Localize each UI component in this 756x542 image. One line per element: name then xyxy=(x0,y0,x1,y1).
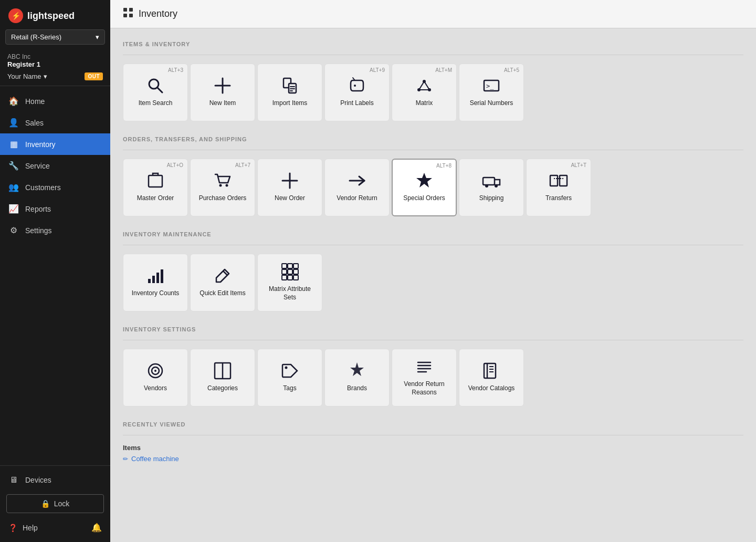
lock-icon: 🔒 xyxy=(41,499,50,508)
svg-point-24 xyxy=(219,184,222,187)
recently-viewed-label: RECENTLY VIEWED xyxy=(123,421,743,428)
svg-rect-39 xyxy=(161,269,163,283)
rv-items-label: Items xyxy=(123,444,743,452)
pencil-icon: ✏ xyxy=(123,455,128,463)
svg-point-52 xyxy=(154,370,156,372)
sidebar: ⚡ lightspeed Retail (R-Series) ▾ ABC Inc… xyxy=(0,0,110,542)
bell-icon[interactable]: 🔔 xyxy=(91,523,102,533)
sidebar-item-label: Inventory xyxy=(25,140,56,149)
sidebar-item-inventory[interactable]: ▦ Inventory xyxy=(0,133,110,155)
sidebar-item-home[interactable]: 🏠 Home xyxy=(0,90,110,112)
tile-inventory-counts[interactable]: Inventory Counts xyxy=(123,254,188,311)
rv-link-coffee-machine[interactable]: ✏ Coffee machine xyxy=(123,455,743,463)
tile-quick-edit-items[interactable]: Quick Edit Items xyxy=(190,254,255,311)
home-icon: 🏠 xyxy=(8,96,19,106)
customers-icon: 👥 xyxy=(8,182,19,192)
sidebar-item-service[interactable]: 🔧 Service xyxy=(0,155,110,176)
tile-special-orders[interactable]: ALT+8 Special Orders xyxy=(392,159,457,216)
svg-point-25 xyxy=(226,184,228,187)
svg-marker-56 xyxy=(350,362,364,376)
username[interactable]: Your Name ▾ xyxy=(7,72,47,80)
svg-rect-1 xyxy=(129,8,133,12)
service-icon: 🔧 xyxy=(8,161,19,171)
tile-vendor-catalogs[interactable]: Vendor Catalogs xyxy=(459,349,524,407)
svg-rect-41 xyxy=(282,264,287,268)
svg-rect-45 xyxy=(288,269,292,274)
lock-button[interactable]: 🔒 Lock xyxy=(6,494,104,513)
tile-transfers[interactable]: ALT+T Transfers xyxy=(526,159,591,216)
svg-rect-34 xyxy=(560,175,567,186)
inventory-header-icon xyxy=(123,7,133,20)
tile-serial-numbers[interactable]: ALT+5 >_ Serial Numbers xyxy=(459,64,524,121)
tile-print-labels[interactable]: ALT+9 Print Labels xyxy=(324,64,390,121)
tile-matrix[interactable]: ALT+M Matrix xyxy=(392,64,457,121)
sidebar-item-label: Home xyxy=(25,97,45,106)
sidebar-item-label: Sales xyxy=(25,119,44,127)
tile-item-search[interactable]: ALT+3 Item Search xyxy=(123,64,188,121)
svg-rect-43 xyxy=(293,264,298,268)
tile-import-items[interactable]: Import Items xyxy=(257,64,322,121)
sidebar-item-settings[interactable]: ⚙ Settings xyxy=(0,220,110,241)
svg-marker-29 xyxy=(416,173,432,187)
tile-tags[interactable]: Tags xyxy=(257,349,322,407)
svg-point-31 xyxy=(485,184,488,187)
page-title: Inventory xyxy=(139,8,177,19)
svg-rect-2 xyxy=(123,14,127,17)
orders-label: ORDERS, TRANSFERS, AND SHIPPING xyxy=(123,136,743,142)
sidebar-item-sales[interactable]: 👤 Sales xyxy=(0,112,110,133)
svg-rect-37 xyxy=(152,276,155,283)
inventory-settings-label: INVENTORY SETTINGS xyxy=(123,326,743,332)
inventory-settings-grid: Vendors Categories Tags Brands xyxy=(123,349,743,407)
svg-rect-49 xyxy=(293,275,298,280)
devices-icon: 🖥 xyxy=(8,475,19,485)
svg-rect-23 xyxy=(149,175,162,187)
register-name: Register 1 xyxy=(7,60,103,68)
svg-line-18 xyxy=(419,81,424,90)
svg-rect-33 xyxy=(550,175,558,186)
tile-categories[interactable]: Categories xyxy=(190,349,255,407)
svg-rect-30 xyxy=(483,178,495,185)
tile-matrix-attribute-sets[interactable]: Matrix Attribute Sets xyxy=(257,254,322,311)
user-section: ABC Inc Register 1 Your Name ▾ OUT xyxy=(0,49,110,86)
tile-vendors[interactable]: Vendors xyxy=(123,349,188,407)
settings-icon: ⚙ xyxy=(8,225,19,235)
help-icon: ❓ xyxy=(8,524,17,532)
sidebar-item-reports[interactable]: 📈 Reports xyxy=(0,198,110,220)
svg-rect-47 xyxy=(282,275,287,280)
orders-section: ORDERS, TRANSFERS, AND SHIPPING ALT+O Ma… xyxy=(123,136,743,216)
inventory-settings-section: INVENTORY SETTINGS Vendors Categories Ta… xyxy=(123,326,743,407)
tile-shipping[interactable]: Shipping xyxy=(459,159,524,216)
sidebar-item-customers[interactable]: 👥 Customers xyxy=(0,176,110,198)
svg-rect-36 xyxy=(148,279,151,283)
content-area: ITEMS & INVENTORY ALT+3 Item Search New … xyxy=(110,28,756,542)
tile-master-order[interactable]: ALT+O Master Order xyxy=(123,159,188,216)
sidebar-item-devices[interactable]: 🖥 Devices xyxy=(0,470,110,490)
main-header: Inventory xyxy=(110,0,756,28)
retail-selector[interactable]: Retail (R-Series) ▾ xyxy=(5,29,105,45)
orders-grid: ALT+O Master Order ALT+7 Purchase Orders… xyxy=(123,159,743,216)
company-name: ABC Inc xyxy=(7,53,103,60)
sidebar-item-label: Reports xyxy=(25,205,51,213)
svg-rect-44 xyxy=(282,269,287,274)
tile-vendor-return-reasons[interactable]: Vendor Return Reasons xyxy=(392,349,457,407)
svg-line-19 xyxy=(424,81,429,90)
tile-vendor-return[interactable]: Vendor Return xyxy=(324,159,390,216)
inventory-maintenance-label: INVENTORY MAINTENANCE xyxy=(123,231,743,237)
items-inventory-label: ITEMS & INVENTORY xyxy=(123,41,743,47)
inventory-maintenance-grid: Inventory Counts Quick Edit Items xyxy=(123,254,743,311)
sidebar-logo: ⚡ lightspeed xyxy=(0,0,110,29)
svg-point-13 xyxy=(354,85,356,87)
sidebar-item-help[interactable]: ❓ Help xyxy=(8,524,38,532)
sidebar-nav: 🏠 Home 👤 Sales ▦ Inventory 🔧 Service 👥 C… xyxy=(0,86,110,465)
sidebar-item-label: Settings xyxy=(25,226,52,235)
items-inventory-grid: ALT+3 Item Search New Item xyxy=(123,64,743,121)
logo-icon: ⚡ xyxy=(8,8,23,23)
svg-rect-3 xyxy=(129,14,133,17)
svg-line-5 xyxy=(158,88,162,92)
tile-new-item[interactable]: New Item xyxy=(190,64,255,121)
tile-purchase-orders[interactable]: ALT+7 Purchase Orders xyxy=(190,159,255,216)
tile-brands[interactable]: Brands xyxy=(324,349,390,407)
tile-new-order[interactable]: New Order xyxy=(257,159,322,216)
sidebar-item-label: Customers xyxy=(25,183,61,192)
svg-point-55 xyxy=(285,367,288,369)
